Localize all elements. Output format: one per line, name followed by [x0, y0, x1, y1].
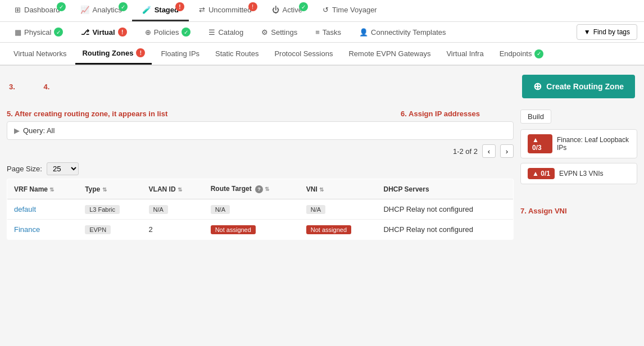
alert-badge-leaf-loopback: ▲ 0/3: [528, 134, 552, 153]
analytics-icon: 📈: [80, 6, 89, 14]
tab-endpoints-label: Endpoints: [500, 49, 532, 58]
row-default-route-target: N/A: [204, 199, 300, 220]
tab-catalog[interactable]: ☰ Catalog: [201, 22, 251, 42]
tab-virtual-infra[interactable]: Virtual Infra: [439, 44, 490, 63]
tab-dashboard[interactable]: ⊞ Dashboard ✓: [4, 0, 70, 21]
page-size-select[interactable]: 25 50 100: [47, 162, 79, 175]
connectivity-icon: 👤: [359, 28, 368, 37]
sort-route-target-icon[interactable]: ⇅: [265, 186, 269, 192]
tab-uncommitted-label: Uncommitted: [208, 6, 252, 14]
tab-uncommitted[interactable]: ⇄ Uncommitted !: [189, 0, 262, 21]
vlan-na-tag: N/A: [149, 205, 168, 214]
tab-remote-evpn[interactable]: Remote EVPN Gateways: [342, 44, 437, 63]
filter-icon: ▼: [584, 28, 591, 36]
row-default-type: L3 Fabric: [78, 199, 142, 220]
tab-active[interactable]: ⏻ Active ✓: [262, 0, 312, 21]
tab-policies[interactable]: ⊕ Policies ✓: [137, 22, 199, 42]
row-finance-vni: Not assigned: [300, 220, 377, 240]
col-dhcp: DHCP Servers: [377, 179, 513, 199]
tab-time-voyager-label: Time Voyager: [332, 6, 377, 14]
uncommitted-icon: ⇄: [199, 6, 205, 14]
row-default-vni: N/A: [300, 199, 377, 220]
tasks-icon: ≡: [315, 28, 320, 37]
tab-physical[interactable]: ▦ Physical ✓: [7, 22, 71, 42]
table-row: Finance EVPN 2 Not assigned Not assigned…: [7, 220, 514, 240]
type-tag-l3-fabric: L3 Fabric: [85, 205, 120, 214]
page-size-label: Page Size:: [7, 165, 42, 173]
staged-icon: 🧪: [142, 6, 151, 14]
sort-type-icon[interactable]: ⇅: [102, 186, 107, 193]
tab-routing-zones[interactable]: Routing Zones !: [75, 43, 152, 65]
tab-tasks-label: Tasks: [323, 28, 341, 37]
routing-zones-table: VRF Name ⇅ Type ⇅ VLAN ID ⇅ Route Target…: [7, 179, 514, 240]
alert-card-leaf-loopback[interactable]: ▲ 0/3 Finance: Leaf Loopback IPs: [520, 129, 637, 158]
pagination-info: 1-2 of 2: [453, 147, 478, 156]
route-target-not-assigned: Not assigned: [211, 225, 256, 234]
sort-vni-icon[interactable]: ⇅: [319, 186, 324, 193]
physical-icon: ▦: [15, 28, 21, 37]
next-page-button[interactable]: ›: [500, 144, 514, 158]
build-header: Build: [520, 110, 637, 124]
alert-card-evpn-l3-vnis[interactable]: ▲ 0/1 EVPN L3 VNIs: [520, 163, 637, 184]
col-vlan-id: VLAN ID ⇅: [142, 179, 204, 199]
alert-text-evpn-l3-vnis: EVPN L3 VNIs: [559, 170, 604, 177]
annotation-3: 3.: [9, 83, 15, 91]
finance-vrf-link[interactable]: Finance: [14, 225, 40, 234]
route-target-help-icon[interactable]: ?: [255, 185, 263, 193]
tab-routing-zones-label: Routing Zones: [82, 49, 133, 57]
tab-routing-zones-badge: !: [136, 48, 145, 57]
right-panel: Build ▲ 0/3 Finance: Leaf Loopback IPs ▲…: [520, 110, 644, 240]
tab-policies-badge: ✓: [182, 28, 191, 37]
tab-analytics-badge: ✓: [119, 2, 128, 11]
alert-text-leaf-loopback: Finance: Leaf Loopback IPs: [557, 136, 630, 152]
sort-vrf-icon[interactable]: ⇅: [49, 186, 54, 193]
main-content: 5. After creating routing zone, it appea…: [0, 103, 644, 240]
find-by-tags-button[interactable]: ▼ Find by tags: [577, 24, 637, 40]
catalog-icon: ☰: [208, 28, 215, 37]
row-default-vrf: default: [7, 199, 79, 220]
prev-page-button[interactable]: ‹: [482, 144, 496, 158]
table-header-row: VRF Name ⇅ Type ⇅ VLAN ID ⇅ Route Target…: [7, 179, 514, 199]
row-finance-route-target: Not assigned: [204, 220, 300, 240]
tab-floating-ips[interactable]: Floating IPs: [154, 44, 206, 63]
tab-active-badge: ✓: [299, 2, 308, 11]
tab-staged[interactable]: 🧪 Staged !: [132, 0, 189, 21]
tab-policies-label: Policies: [154, 28, 179, 37]
tab-connectivity-label: Connectivity Templates: [371, 28, 446, 37]
time-voyager-icon: ↺: [323, 6, 329, 14]
alert-badge-evpn-l3-vnis: ▲ 0/1: [528, 168, 555, 179]
plus-icon: ⊕: [533, 80, 542, 93]
tab-catalog-label: Catalog: [218, 28, 243, 37]
col-route-target: Route Target ? ⇅: [204, 179, 300, 199]
tab-virtual-networks[interactable]: Virtual Networks: [7, 44, 73, 63]
row-default-vlan: N/A: [142, 199, 204, 220]
tab-settings[interactable]: ⚙ Settings: [253, 22, 305, 42]
default-vrf-link[interactable]: default: [14, 205, 36, 213]
tab-endpoints-badge: ✓: [534, 49, 543, 58]
top-nav: ⊞ Dashboard ✓ 📈 Analytics ✓ 🧪 Staged ! ⇄…: [0, 0, 644, 22]
tab-connectivity[interactable]: 👤 Connectivity Templates: [351, 22, 453, 42]
settings-icon: ⚙: [261, 28, 268, 37]
col-vrf-name: VRF Name ⇅: [7, 179, 79, 199]
tab-protocol-sessions[interactable]: Protocol Sessions: [267, 44, 339, 63]
tab-analytics[interactable]: 📈 Analytics ✓: [70, 0, 132, 21]
tab-virtual-networks-label: Virtual Networks: [13, 49, 66, 58]
query-expand-icon: ▶: [14, 126, 20, 135]
tab-time-voyager[interactable]: ↺ Time Voyager: [312, 0, 387, 21]
tab-endpoints[interactable]: Endpoints ✓: [493, 44, 551, 64]
tab-virtual-label: Virtual: [92, 28, 115, 37]
virtual-icon: ⎇: [81, 28, 89, 37]
action-bar: 3. 4. ⊕ Create Routing Zone: [0, 66, 644, 103]
tab-floating-ips-label: Floating IPs: [161, 49, 199, 58]
row-finance-dhcp: DHCP Relay not configured: [377, 220, 513, 240]
tab-settings-label: Settings: [271, 28, 297, 37]
create-routing-zone-button[interactable]: ⊕ Create Routing Zone: [522, 75, 635, 98]
tab-tasks[interactable]: ≡ Tasks: [307, 22, 349, 42]
col-type: Type ⇅: [78, 179, 142, 199]
sort-vlan-icon[interactable]: ⇅: [178, 186, 182, 193]
pagination-bar: 1-2 of 2 ‹ ›: [7, 144, 514, 158]
query-bar[interactable]: ▶ Query: All: [7, 121, 514, 140]
policies-icon: ⊕: [145, 28, 151, 37]
tab-static-routes[interactable]: Static Routes: [208, 44, 265, 63]
tab-virtual[interactable]: ⎇ Virtual !: [73, 22, 134, 42]
